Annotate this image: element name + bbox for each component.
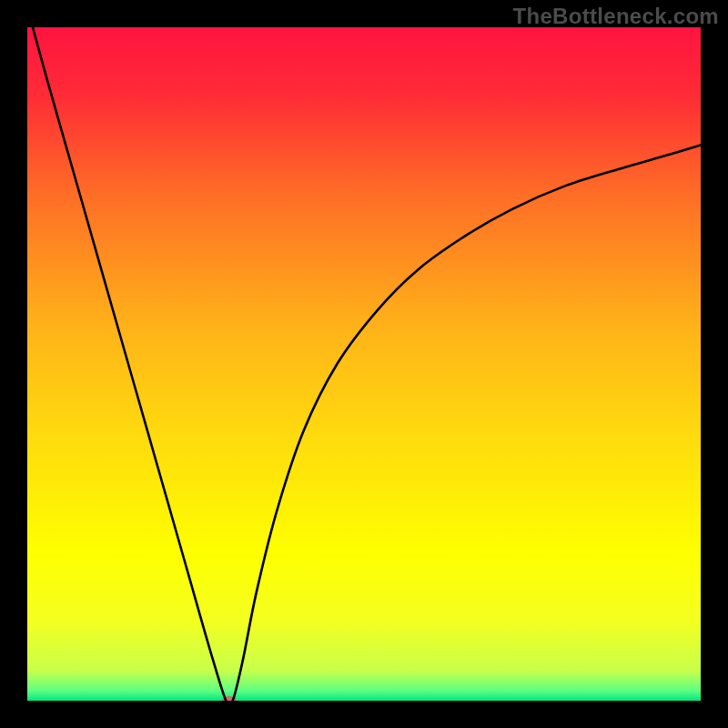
plot-area [27,27,701,701]
chart-svg [27,27,701,701]
watermark: TheBottleneck.com [513,4,719,29]
chart-frame: TheBottleneck.com [0,0,728,728]
